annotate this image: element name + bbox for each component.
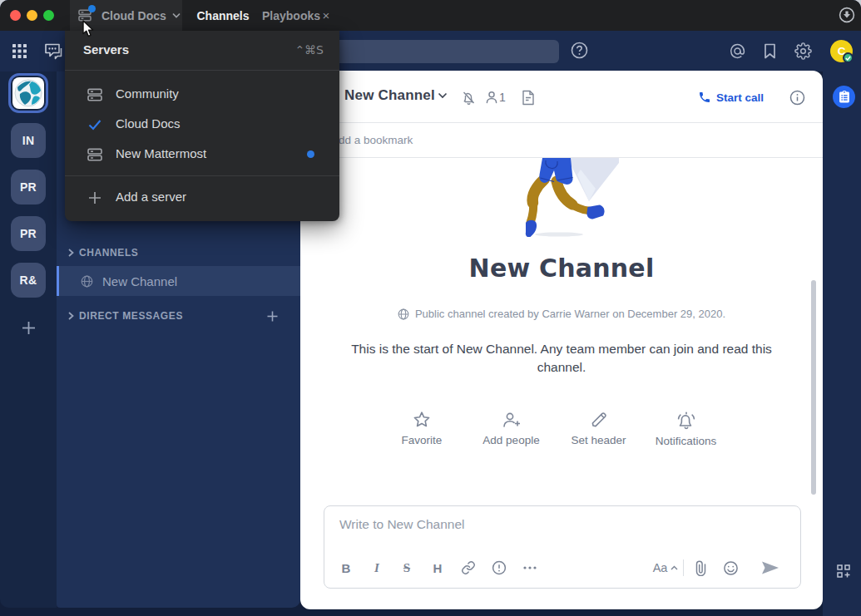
- tab-channels[interactable]: Channels: [190, 0, 256, 31]
- bookmark-bar[interactable]: Add a bookmark: [300, 123, 823, 158]
- playbooks-appbar-button[interactable]: [833, 86, 855, 108]
- team-sidebar: IN PR PR R&: [0, 71, 57, 608]
- bell-ring-icon: [675, 410, 697, 431]
- message-input[interactable]: Write to New Channel: [339, 517, 464, 532]
- window-zoom-button[interactable]: [43, 10, 54, 21]
- scrollbar-thumb[interactable]: [811, 280, 816, 495]
- start-call-button[interactable]: Start call: [698, 86, 764, 108]
- main-panel: New Channel 1: [300, 71, 823, 609]
- settings-gear-icon[interactable]: [794, 42, 812, 60]
- channel-item-label: New Channel: [102, 274, 177, 288]
- check-icon: [87, 117, 102, 132]
- menu-item-label: Add a server: [116, 190, 186, 204]
- menu-item-cloud-docs[interactable]: Cloud Docs: [65, 110, 339, 140]
- menu-item-label: New Mattermost: [116, 146, 206, 160]
- phone-icon: [698, 91, 711, 104]
- globe-icon: [398, 308, 409, 320]
- channels-product-icon[interactable]: [44, 42, 63, 60]
- direct-messages-section-header[interactable]: DIRECT MESSAGES: [65, 308, 183, 324]
- add-people-button[interactable]: Add people: [468, 410, 555, 447]
- menu-item-add-server[interactable]: Add a server: [65, 183, 339, 213]
- product-switcher-grid-icon[interactable]: [12, 44, 27, 58]
- team-initials: PR: [20, 180, 37, 194]
- app-marketplace-icon[interactable]: [837, 564, 850, 578]
- mouse-cursor: [82, 20, 96, 38]
- toolbar-divider: [683, 559, 684, 576]
- member-count[interactable]: 1: [499, 91, 506, 104]
- recent-mentions-icon[interactable]: [729, 42, 746, 60]
- menu-item-label: Cloud Docs: [116, 116, 181, 131]
- channels-section-header[interactable]: CHANNELS: [65, 244, 138, 261]
- intro-channel-title: New Channel: [300, 254, 823, 283]
- channel-intro-illustration: [506, 158, 619, 237]
- emoji-icon[interactable]: [720, 557, 741, 579]
- app-bar: [823, 71, 861, 616]
- pencil-icon: [589, 410, 609, 430]
- status-online-badge: [843, 52, 854, 63]
- download-update-icon[interactable]: [839, 7, 855, 23]
- window-close-button[interactable]: [10, 10, 21, 21]
- add-team-button[interactable]: [11, 310, 46, 345]
- notifications-muted-icon[interactable]: [461, 90, 477, 106]
- favorite-button[interactable]: Favorite: [376, 410, 468, 447]
- team-tile-in[interactable]: IN: [11, 123, 46, 158]
- italic-button[interactable]: I: [366, 557, 388, 579]
- servers-menu-header: Servers ⌃⌘S: [65, 31, 339, 71]
- menu-item-label: Community: [116, 86, 179, 101]
- channels-section-label: CHANNELS: [79, 247, 138, 259]
- send-message-icon[interactable]: [758, 557, 783, 579]
- menu-item-community[interactable]: Community: [65, 80, 339, 110]
- tab-playbooks[interactable]: Playbooks: [264, 0, 319, 31]
- window-minimize-button[interactable]: [27, 10, 37, 21]
- channel-header: New Channel 1: [300, 71, 823, 123]
- add-people-icon: [501, 410, 522, 430]
- team-tile-r[interactable]: R&: [11, 263, 46, 298]
- servers-menu-title: Servers: [83, 42, 129, 57]
- saved-posts-icon[interactable]: [762, 42, 778, 60]
- unread-dot: [307, 150, 314, 158]
- chevron-right-icon: [65, 247, 77, 259]
- plus-icon: [87, 190, 102, 205]
- message-composer: Write to New Channel B I S H Aa: [324, 505, 801, 589]
- dm-section-label: DIRECT MESSAGES: [79, 310, 183, 322]
- team-tile-globe[interactable]: [8, 73, 48, 113]
- notifications-button[interactable]: Notifications: [642, 410, 730, 447]
- add-direct-message-icon[interactable]: [264, 308, 280, 324]
- search-input[interactable]: [326, 40, 559, 63]
- team-initials: IN: [22, 134, 35, 147]
- intro-byline-text: Public channel created by Carrie Warner …: [415, 308, 725, 320]
- channel-info-icon[interactable]: [789, 90, 805, 106]
- favorite-label: Favorite: [402, 434, 443, 446]
- server-unread-dot: [88, 5, 96, 12]
- message-priority-icon[interactable]: [488, 557, 510, 579]
- team-initials: PR: [20, 227, 37, 240]
- server-icon: [87, 87, 102, 102]
- star-icon: [412, 410, 432, 430]
- titlebar: Cloud Docs Channels Playbooks ×: [0, 0, 861, 31]
- attachment-icon[interactable]: [690, 557, 711, 579]
- pinned-files-icon[interactable]: [522, 90, 535, 106]
- channel-title[interactable]: New Channel: [344, 87, 435, 104]
- set-header-button[interactable]: Set header: [555, 410, 642, 447]
- server-icon: [87, 147, 102, 162]
- help-icon[interactable]: [571, 42, 588, 59]
- heading-button[interactable]: H: [427, 557, 448, 579]
- channel-item-new-channel[interactable]: New Channel: [57, 266, 300, 296]
- notifications-label: Notifications: [656, 435, 717, 447]
- bold-button[interactable]: B: [335, 557, 357, 579]
- chevron-right-icon: [65, 310, 77, 322]
- servers-dropdown-menu: Servers ⌃⌘S Community Cloud Docs New Mat…: [65, 31, 339, 221]
- strikethrough-button[interactable]: S: [396, 557, 418, 579]
- team-tile-pr2[interactable]: PR: [11, 216, 46, 251]
- close-playbooks-tab-icon[interactable]: ×: [318, 0, 334, 31]
- more-formatting-icon[interactable]: [519, 557, 541, 579]
- server-tab-label: Cloud Docs: [101, 9, 166, 22]
- team-tile-pr1[interactable]: PR: [11, 170, 46, 205]
- team-initials: R&: [20, 274, 37, 287]
- show-formatting-button[interactable]: Aa: [649, 557, 682, 579]
- members-icon[interactable]: [484, 90, 499, 105]
- add-bookmark-label: Add a bookmark: [331, 134, 413, 146]
- menu-item-new-mattermost[interactable]: New Mattermost: [65, 140, 339, 170]
- channel-title-chevron-icon[interactable]: [438, 92, 448, 99]
- link-button[interactable]: [458, 557, 479, 579]
